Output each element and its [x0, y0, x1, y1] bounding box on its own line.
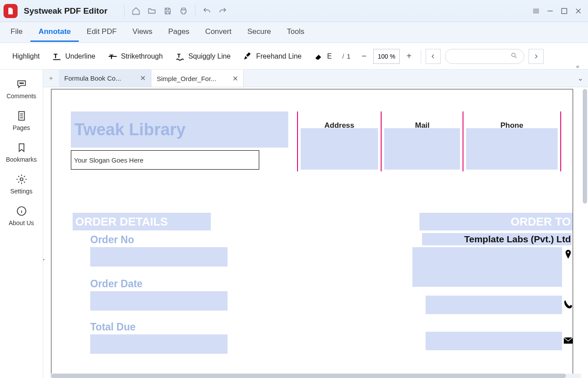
maximize-icon[interactable] [558, 5, 570, 17]
document-scroll[interactable]: ◀▶ Tweak Library Your Slogan Goes Here A… [43, 87, 588, 378]
tab-close-icon[interactable]: ✕ [232, 74, 238, 83]
divider [463, 111, 463, 171]
order-to-email-field[interactable] [426, 332, 562, 350]
menu-secure[interactable]: Secure [239, 23, 279, 42]
document-tab[interactable]: Formula Book Co... ✕ [59, 70, 151, 87]
tool-squiggly[interactable]: T Squiggly Line [169, 48, 237, 65]
svg-rect-0 [562, 8, 567, 14]
annotate-toolbar: Highlight T Underline T Strikethrough T … [0, 43, 588, 70]
close-icon[interactable] [572, 5, 584, 17]
svg-point-8 [21, 83, 22, 84]
menu-bar: File Annotate Edit PDF Views Pages Conve… [0, 22, 588, 43]
undo-icon[interactable] [199, 3, 215, 19]
phone-field[interactable] [466, 128, 558, 170]
main-area: Comments Pages Bookmarks Settings About … [0, 70, 588, 378]
menu-views[interactable]: Views [125, 23, 160, 42]
order-to-company: Template Labs (Pvt.) Ltd [422, 233, 572, 245]
tool-strikethrough[interactable]: T Strikethrough [102, 48, 169, 65]
menu-annotate[interactable]: Annotate [30, 23, 79, 42]
gear-icon [16, 174, 27, 185]
tab-label: Simple_Order_For... [157, 75, 216, 82]
company-name: Tweak Library [71, 111, 288, 148]
tool-underline[interactable]: T Underline [46, 48, 101, 65]
vertical-scrollbar[interactable] [583, 89, 587, 374]
svg-point-9 [22, 83, 23, 84]
document-tabs: + Formula Book Co... ✕ Simple_Order_For.… [43, 70, 588, 87]
mail-field[interactable] [384, 128, 460, 170]
tool-eraser[interactable]: E [308, 48, 338, 65]
sidebar-settings[interactable]: Settings [0, 171, 43, 197]
tool-freehand[interactable]: Freehand Line [237, 48, 308, 65]
total-due-label: Total Due [90, 321, 136, 333]
print-icon[interactable] [176, 3, 191, 19]
search-input[interactable] [445, 49, 524, 64]
eraser-icon [314, 52, 323, 61]
tabs-collapse-icon[interactable]: « [576, 63, 579, 70]
order-no-label: Order No [90, 234, 134, 246]
sidebar-comments[interactable]: Comments [0, 76, 43, 102]
divider [381, 111, 382, 171]
tool-highlight[interactable]: Highlight [6, 49, 46, 64]
freehand-icon [243, 52, 253, 61]
app-title: Systweak PDF Editor [24, 6, 107, 16]
hamburger-icon[interactable] [530, 5, 542, 17]
title-bar: Systweak PDF Editor [0, 0, 588, 22]
address-field[interactable] [301, 128, 378, 170]
document-viewport: + Formula Book Co... ✕ Simple_Order_For.… [43, 70, 588, 378]
menu-edit-pdf[interactable]: Edit PDF [79, 23, 125, 42]
tab-close-icon[interactable]: ✕ [140, 74, 146, 82]
redo-icon[interactable] [215, 3, 231, 19]
zoom-out-button[interactable]: − [356, 49, 371, 64]
menu-tools[interactable]: Tools [279, 23, 312, 42]
order-to-address-field[interactable] [412, 247, 562, 287]
location-pin-icon [563, 249, 573, 259]
add-tab-button[interactable]: + [43, 70, 59, 87]
page-prev-button[interactable] [426, 49, 441, 64]
document-tab[interactable]: Simple_Order_For... ✕ [151, 70, 244, 87]
svg-point-6 [512, 53, 515, 56]
envelope-icon [563, 335, 573, 346]
underline-icon: T [52, 52, 62, 61]
separator [195, 5, 195, 17]
slogan-field[interactable]: Your Slogan Goes Here [71, 150, 259, 170]
order-details-heading: ORDER DETAILS [73, 213, 211, 230]
total-due-field[interactable] [90, 334, 228, 354]
divider [560, 111, 561, 171]
total-pages: 1 [347, 52, 350, 60]
zoom-in-button[interactable]: + [401, 49, 416, 64]
tabs-overflow-button[interactable]: ⌄ [572, 70, 588, 87]
open-folder-icon[interactable] [144, 3, 160, 19]
svg-text:T: T [54, 52, 58, 59]
app-logo-icon [4, 4, 18, 18]
separator [124, 5, 125, 17]
sidebar-collapse-handle[interactable]: ◀▶ [43, 250, 44, 268]
order-to-heading: ORDER TO [419, 213, 573, 230]
tab-label: Formula Book Co... [64, 74, 121, 82]
squiggly-icon: T [175, 52, 185, 61]
divider [297, 111, 298, 171]
sidebar-about[interactable]: About Us [0, 203, 43, 229]
sidebar-bookmarks[interactable]: Bookmarks [0, 139, 43, 166]
svg-rect-4 [109, 56, 117, 57]
left-sidebar: Comments Pages Bookmarks Settings About … [0, 70, 43, 378]
minimize-icon[interactable] [544, 5, 556, 17]
comments-icon [16, 78, 27, 90]
info-icon [16, 205, 27, 217]
save-icon[interactable] [160, 3, 176, 19]
order-date-field[interactable] [90, 291, 228, 311]
sidebar-pages[interactable]: Pages [0, 107, 43, 134]
order-to-phone-field[interactable] [426, 296, 562, 314]
pdf-page: Tweak Library Your Slogan Goes Here Addr… [51, 89, 573, 378]
page-indicator: / 1 [342, 52, 351, 60]
menu-pages[interactable]: Pages [160, 23, 197, 42]
svg-point-11 [20, 178, 23, 181]
order-date-label: Order Date [90, 278, 143, 290]
menu-file[interactable]: File [3, 23, 30, 42]
horizontal-scrollbar[interactable] [51, 374, 581, 378]
zoom-value[interactable]: 100 % [373, 49, 400, 64]
page-next-button[interactable] [529, 49, 544, 64]
home-icon[interactable] [128, 3, 144, 19]
bookmark-icon [16, 142, 27, 153]
menu-convert[interactable]: Convert [197, 23, 239, 42]
order-no-field[interactable] [90, 247, 228, 267]
